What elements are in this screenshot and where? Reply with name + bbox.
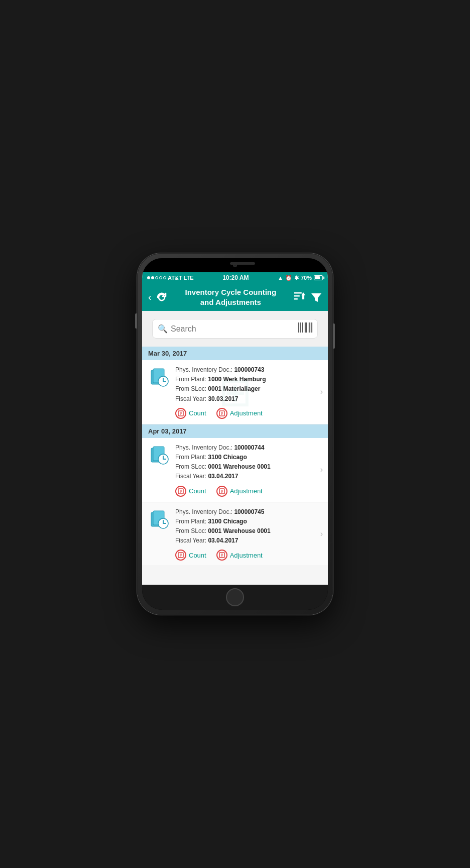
header-left: ‹ bbox=[148, 291, 168, 303]
card-year-1: Fiscal Year: 30.03.2017 bbox=[175, 394, 322, 404]
battery-pct-label: 70% bbox=[301, 275, 312, 281]
dot2 bbox=[151, 276, 154, 279]
svg-rect-12 bbox=[311, 322, 312, 333]
filter-icon[interactable] bbox=[311, 292, 322, 302]
adjustment-icon-1 bbox=[216, 408, 227, 419]
carrier-label: AT&T bbox=[168, 275, 182, 281]
card-sloc-2: From SLoc: 0001 Warehouse 0001 bbox=[175, 462, 322, 472]
count-button-1[interactable]: Count bbox=[175, 408, 206, 419]
svg-rect-7 bbox=[302, 322, 303, 333]
chevron-right-2: › bbox=[320, 465, 323, 474]
header-right bbox=[294, 292, 322, 302]
battery-icon bbox=[314, 275, 323, 280]
card-sloc-3: From SLoc: 0001 Warehouse 0001 bbox=[175, 526, 322, 536]
dot1 bbox=[147, 276, 150, 279]
bluetooth-icon: ✱ bbox=[294, 275, 299, 281]
card-plant-2: From Plant: 3100 Chicago bbox=[175, 453, 322, 462]
doc-icon-1 bbox=[148, 367, 170, 389]
card-doc-3: Phys. Inventory Doc.: 100000745 bbox=[175, 507, 322, 517]
status-right: ▲ ⏰ ✱ 70% bbox=[278, 275, 323, 281]
back-button[interactable]: ‹ bbox=[148, 291, 152, 303]
card-doc-1: Phys. Inventory Doc.: 100000743 bbox=[175, 365, 322, 375]
status-bar: AT&T LTE 10:20 AM ▲ ⏰ ✱ 70% bbox=[142, 272, 328, 283]
svg-rect-10 bbox=[308, 322, 308, 333]
card-body-2: Phys. Inventory Doc.: 100000744 From Pla… bbox=[175, 443, 322, 497]
dot4 bbox=[159, 276, 162, 279]
alarm-icon: ⏰ bbox=[285, 275, 292, 281]
doc-icon-2 bbox=[148, 445, 170, 467]
screen: AT&T LTE 10:20 AM ▲ ⏰ ✱ 70% ‹ bbox=[142, 272, 328, 585]
card-doc-2: Phys. Inventory Doc.: 100000744 bbox=[175, 443, 322, 453]
refresh-icon[interactable] bbox=[156, 291, 168, 303]
search-input[interactable] bbox=[171, 324, 298, 334]
dot3 bbox=[155, 276, 158, 279]
svg-marker-3 bbox=[301, 292, 305, 299]
count-icon-1 bbox=[175, 408, 186, 419]
svg-rect-11 bbox=[309, 322, 310, 333]
network-label: LTE bbox=[184, 275, 194, 281]
card-sloc-1: From SLoc: 0001 Materiallager bbox=[175, 384, 322, 394]
list-item[interactable]: ⊞ bbox=[142, 360, 328, 424]
header-title: Inventory Cycle Counting and Adjustments bbox=[168, 287, 294, 307]
status-left: AT&T LTE bbox=[147, 275, 193, 281]
svg-rect-0 bbox=[294, 292, 302, 294]
card-body-3: Phys. Inventory Doc.: 100000745 From Pla… bbox=[175, 507, 322, 561]
card-plant-3: From Plant: 3100 Chicago bbox=[175, 517, 322, 526]
adjustment-icon-2 bbox=[216, 486, 227, 497]
battery-fill bbox=[315, 276, 320, 279]
count-button-3[interactable]: Count bbox=[175, 550, 206, 561]
doc-icon-3 bbox=[148, 509, 170, 531]
date-header-1: Mar 30, 2017 bbox=[142, 347, 328, 360]
date-header-2: Apr 03, 2017 bbox=[142, 424, 328, 438]
phone-frame: AT&T LTE 10:20 AM ▲ ⏰ ✱ 70% ‹ bbox=[137, 253, 333, 615]
status-time: 10:20 AM bbox=[222, 274, 249, 281]
list-item[interactable]: Phys. Inventory Doc.: 100000745 From Pla… bbox=[142, 502, 328, 567]
dot5 bbox=[163, 276, 166, 279]
adjustment-button-3[interactable]: Adjustment bbox=[216, 550, 263, 561]
home-button[interactable] bbox=[226, 588, 244, 606]
home-button-area bbox=[142, 585, 328, 610]
card-actions-1: Count bbox=[175, 408, 322, 419]
count-button-2[interactable]: Count bbox=[175, 486, 206, 497]
chevron-right-1: › bbox=[320, 387, 323, 396]
list-item[interactable]: Phys. Inventory Doc.: 100000744 From Pla… bbox=[142, 438, 328, 502]
svg-rect-1 bbox=[294, 295, 300, 297]
search-bar[interactable]: 🔍 bbox=[152, 319, 318, 339]
adjustment-button-2[interactable]: Adjustment bbox=[216, 486, 263, 497]
card-year-3: Fiscal Year: 03.04.2017 bbox=[175, 536, 322, 546]
svg-rect-9 bbox=[305, 322, 307, 333]
card-year-2: Fiscal Year: 03.04.2017 bbox=[175, 472, 322, 481]
card-body-1: Phys. Inventory Doc.: 100000743 From Pla… bbox=[175, 365, 322, 419]
count-icon-3 bbox=[175, 550, 186, 561]
notch bbox=[142, 258, 328, 272]
adjustment-icon-3 bbox=[216, 550, 227, 561]
signal-dots bbox=[147, 276, 166, 279]
content-list: Mar 30, 2017 ⊞ bbox=[142, 347, 328, 585]
card-plant-1: From Plant: 1000 Werk Hamburg bbox=[175, 375, 322, 384]
location-icon: ▲ bbox=[278, 275, 283, 281]
card-actions-3: Count bbox=[175, 550, 322, 561]
card-actions-2: Count bbox=[175, 486, 322, 497]
sort-icon[interactable] bbox=[294, 292, 306, 302]
chevron-right-3: › bbox=[320, 529, 323, 538]
count-icon-2 bbox=[175, 486, 186, 497]
svg-rect-8 bbox=[304, 322, 304, 333]
app-header: ‹ Inventory Cycle Counting and Adjustmen… bbox=[142, 283, 328, 311]
svg-marker-4 bbox=[311, 293, 321, 302]
barcode-icon[interactable] bbox=[298, 322, 312, 335]
search-icon: 🔍 bbox=[158, 324, 168, 334]
svg-rect-5 bbox=[298, 322, 299, 333]
adjustment-button-1[interactable]: Adjustment bbox=[216, 408, 263, 419]
svg-rect-2 bbox=[294, 298, 298, 300]
svg-rect-6 bbox=[300, 322, 301, 333]
speaker bbox=[230, 262, 255, 265]
